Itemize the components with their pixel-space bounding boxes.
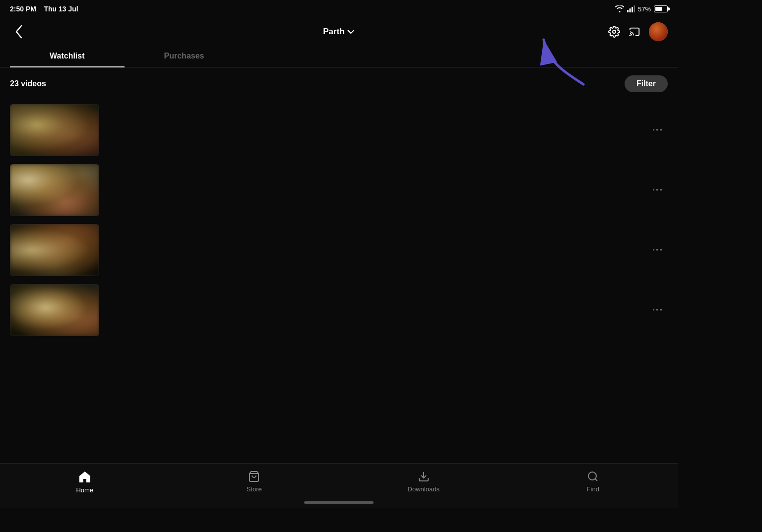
svg-rect-0 — [627, 10, 629, 12]
avatar[interactable] — [649, 22, 668, 41]
battery-icon — [654, 5, 668, 12]
thumbnail-image-1 — [10, 104, 99, 156]
bottom-nav: Home Store Downloads — [0, 463, 678, 508]
nav-label-downloads: Downloads — [408, 485, 440, 493]
svg-point-4 — [613, 30, 616, 33]
main-content: 23 videos Filter ⋮ ⋮ ⋮ — [0, 67, 678, 348]
more-options-button-4[interactable]: ⋮ — [647, 300, 668, 320]
more-options-button-3[interactable]: ⋮ — [647, 240, 668, 260]
cast-button[interactable] — [629, 26, 640, 37]
header-center[interactable]: Parth — [323, 27, 354, 37]
video-thumbnail-4[interactable] — [10, 284, 99, 336]
more-options-button-2[interactable]: ⋮ — [647, 180, 668, 200]
thumbnail-image-3 — [10, 224, 99, 276]
chevron-down-icon — [348, 30, 355, 34]
status-bar: 2:50 PM Thu 13 Jul 57% — [0, 0, 678, 18]
more-options-button-1[interactable]: ⋮ — [647, 120, 668, 140]
svg-rect-3 — [634, 5, 635, 12]
nav-item-store[interactable]: Store — [229, 471, 279, 493]
header: Parth — [0, 18, 678, 46]
cast-icon — [629, 26, 640, 37]
tabs: Watchlist Purchases — [0, 46, 678, 67]
battery-icon-container — [654, 5, 668, 12]
svg-rect-1 — [629, 8, 631, 12]
settings-button[interactable] — [608, 26, 620, 38]
tab-purchases[interactable]: Purchases — [125, 46, 244, 67]
video-list: ⋮ ⋮ ⋮ ⋮ — [10, 100, 668, 340]
battery-percentage: 57% — [638, 5, 651, 13]
home-icon — [78, 471, 91, 483]
thumbnail-image-2 — [10, 164, 99, 216]
status-date: Thu 13 Jul — [44, 5, 78, 13]
video-count-row: 23 videos Filter — [10, 75, 668, 92]
signal-icon — [627, 5, 635, 12]
home-indicator — [304, 501, 374, 504]
nav-item-downloads[interactable]: Downloads — [399, 471, 448, 493]
wifi-icon — [615, 5, 624, 12]
video-thumbnail-2[interactable] — [10, 164, 99, 216]
table-row: ⋮ — [10, 160, 668, 220]
search-icon — [587, 471, 599, 482]
store-icon — [248, 471, 260, 482]
nav-item-home[interactable]: Home — [60, 471, 110, 494]
table-row: ⋮ — [10, 280, 668, 340]
video-thumbnail-1[interactable] — [10, 104, 99, 156]
nav-label-find: Find — [587, 485, 599, 493]
download-icon — [418, 471, 430, 482]
battery-fill — [655, 7, 662, 11]
table-row: ⋮ — [10, 220, 668, 280]
table-row: ⋮ — [10, 100, 668, 160]
header-right — [608, 22, 668, 41]
svg-rect-2 — [632, 7, 633, 12]
gear-icon — [608, 26, 620, 38]
nav-label-store: Store — [247, 485, 262, 493]
thumbnail-image-4 — [10, 284, 99, 336]
status-time-date: 2:50 PM Thu 13 Jul — [10, 5, 78, 13]
avatar-image — [649, 22, 668, 41]
video-count: 23 videos — [10, 79, 46, 88]
tab-watchlist[interactable]: Watchlist — [10, 46, 125, 67]
filter-button[interactable]: Filter — [625, 75, 668, 92]
video-thumbnail-3[interactable] — [10, 224, 99, 276]
svg-point-9 — [588, 472, 596, 480]
nav-item-find[interactable]: Find — [568, 471, 618, 493]
back-button[interactable] — [10, 23, 28, 41]
nav-label-home: Home — [76, 486, 93, 494]
username-label: Parth — [323, 27, 344, 37]
status-time: 2:50 PM — [10, 5, 36, 13]
status-right-icons: 57% — [615, 5, 668, 13]
svg-line-10 — [595, 479, 597, 481]
